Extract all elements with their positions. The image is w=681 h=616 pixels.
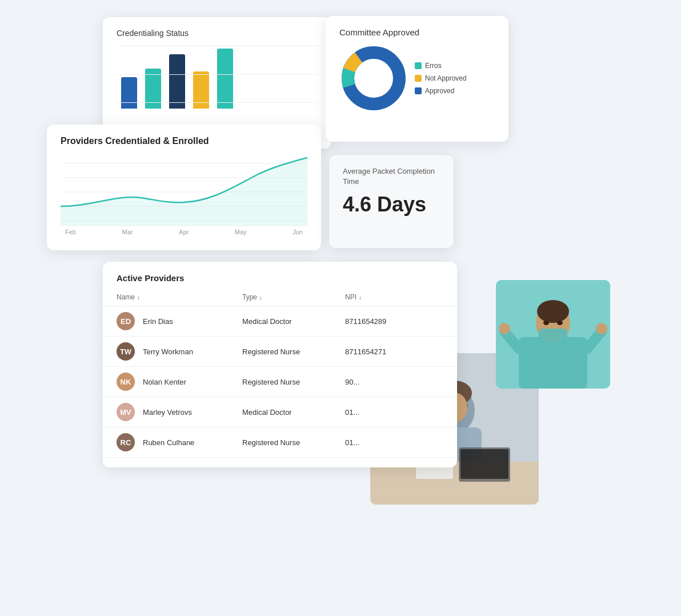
provider-npi-cell: 01... (345, 438, 443, 447)
provider-type-cell: Medical Doctor (242, 408, 345, 417)
col-header-name: Name ↓ (117, 293, 242, 301)
provider-name: Terry Workman (143, 347, 193, 356)
table-row: TW Terry Workman Registered Nurse 871165… (103, 337, 457, 367)
svg-rect-22 (519, 337, 587, 389)
table-title: Active Providers (117, 273, 443, 283)
providers-enrolled-title: Providers Credentialed & Enrolled (61, 136, 307, 146)
provider-npi: 01... (345, 438, 359, 447)
provider-name-cell: TW Terry Workman (117, 342, 242, 361)
line-chart (61, 152, 307, 226)
provider-npi: 90... (345, 378, 359, 386)
svg-rect-25 (539, 329, 567, 345)
provider-name-cell: ED Erin Dias (117, 312, 242, 330)
donut-chart (339, 44, 408, 113)
legend-not-approved: Not Approved (415, 74, 467, 82)
type-sort-icon[interactable]: ↓ (259, 294, 262, 301)
provider-npi-cell: 90... (345, 378, 443, 386)
col-header-type: Type ↓ (242, 293, 345, 301)
credentialing-status-title: Credentialing Status (117, 29, 318, 38)
name-sort-icon[interactable]: ↓ (137, 294, 140, 301)
provider-npi: 01... (345, 408, 359, 417)
avatar: RC (117, 433, 135, 451)
x-label-mar: Mar (122, 229, 133, 235)
legend-label-errors: Erros (425, 62, 442, 70)
table-row: MV Marley Vetrovs Medical Doctor 01... (103, 397, 457, 427)
svg-point-30 (499, 323, 510, 334)
provider-type: Medical Doctor (242, 408, 292, 417)
table-rows: ED Erin Dias Medical Doctor 8711654289 T… (103, 306, 457, 458)
provider-npi: 8711654271 (345, 347, 386, 356)
bar-chart (117, 46, 318, 109)
donut-svg (339, 44, 408, 113)
provider-npi-cell: 8711654271 (345, 347, 443, 356)
table-row: RC Ruben Culhane Registered Nurse 01... (103, 427, 457, 458)
svg-point-8 (355, 59, 392, 97)
legend-dot-not-approved (415, 75, 422, 82)
packet-completion-card: Average Packet Completion Time 4.6 Days (329, 154, 454, 249)
provider-name: Ruben Culhane (143, 438, 194, 447)
provider-name: Erin Dias (143, 317, 173, 326)
legend-label-not-approved: Not Approved (425, 74, 467, 82)
legend-label-approved: Approved (425, 87, 454, 95)
legend-approved: Approved (415, 87, 467, 95)
svg-point-27 (557, 321, 563, 325)
provider-type-cell: Registered Nurse (242, 378, 345, 386)
legend: Erros Not Approved Approved (415, 62, 467, 95)
packet-value: 4.6 Days (343, 193, 440, 217)
provider-name-cell: MV Marley Vetrovs (117, 403, 242, 421)
provider-name: Marley Vetrovs (143, 408, 192, 417)
avatar: NK (117, 373, 135, 391)
provider-type: Registered Nurse (242, 378, 300, 386)
x-axis-labels: Feb Mar Apr May Jun (61, 226, 307, 235)
svg-point-31 (596, 323, 607, 334)
providers-enrolled-card: Providers Credentialed & Enrolled Feb Ma… (47, 125, 321, 250)
provider-type-cell: Registered Nurse (242, 438, 345, 447)
svg-rect-12 (370, 462, 539, 505)
table-column-headers: Name ↓ Type ↓ NPI ↓ (103, 293, 457, 306)
committee-approved-card: Committee Approved Erros Not Approved (326, 16, 508, 142)
packet-title: Average Packet Completion Time (343, 166, 440, 187)
x-label-jun: Jun (293, 229, 303, 235)
committee-title: Committee Approved (339, 27, 495, 37)
provider-npi-cell: 8711654289 (345, 317, 443, 326)
x-label-may: May (235, 229, 247, 235)
photo-nurse-svg (496, 280, 610, 389)
avatar: ED (117, 312, 135, 330)
photo-nurse (496, 280, 610, 389)
legend-dot-approved (415, 87, 422, 94)
svg-rect-14 (460, 449, 508, 479)
x-label-apr: Apr (179, 229, 189, 235)
provider-type: Registered Nurse (242, 438, 300, 447)
col-header-npi: NPI ↓ (345, 293, 443, 301)
provider-npi: 8711654289 (345, 317, 386, 326)
svg-point-24 (537, 300, 569, 323)
avatar: MV (117, 403, 135, 421)
npi-sort-icon[interactable]: ↓ (359, 294, 362, 301)
provider-name-cell: RC Ruben Culhane (117, 433, 242, 451)
provider-npi-cell: 01... (345, 408, 443, 417)
active-providers-card: Active Providers Name ↓ Type ↓ NPI ↓ ED … (103, 262, 457, 467)
provider-name-cell: NK Nolan Kenter (117, 373, 242, 391)
table-header: Active Providers (103, 273, 457, 293)
avatar: TW (117, 342, 135, 361)
x-label-feb: Feb (65, 229, 76, 235)
legend-dot-errors (415, 62, 422, 69)
line-chart-svg (61, 152, 307, 226)
table-row: ED Erin Dias Medical Doctor 8711654289 (103, 306, 457, 337)
legend-errors: Erros (415, 62, 467, 70)
provider-type: Medical Doctor (242, 317, 292, 326)
svg-point-26 (543, 321, 549, 325)
table-row: NK Nolan Kenter Registered Nurse 90... (103, 367, 457, 397)
provider-type-cell: Medical Doctor (242, 317, 345, 326)
provider-type: Registered Nurse (242, 347, 300, 356)
donut-legend-row: Erros Not Approved Approved (339, 44, 495, 113)
provider-type-cell: Registered Nurse (242, 347, 345, 356)
provider-name: Nolan Kenter (143, 378, 186, 386)
